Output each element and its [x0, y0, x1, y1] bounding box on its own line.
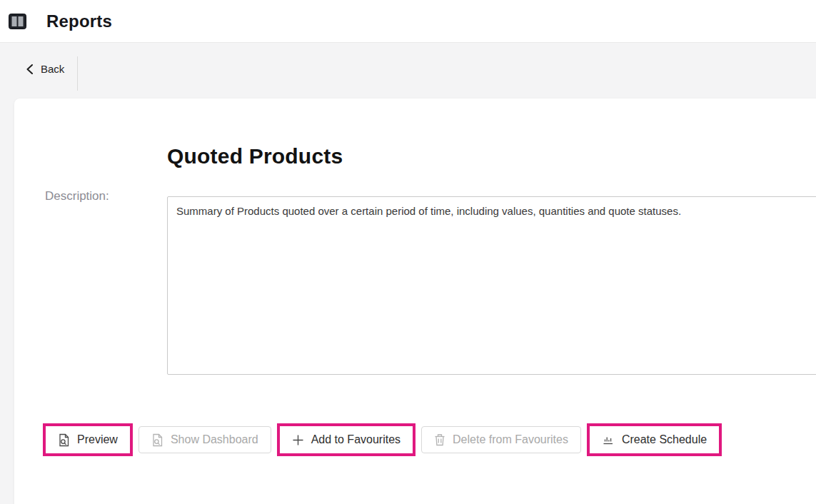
chevron-left-icon [26, 64, 34, 74]
report-title: Quoted Products [167, 144, 343, 168]
toolbar-divider [77, 56, 78, 91]
preview-button-label: Preview [77, 433, 118, 446]
report-detail-card: Quoted Products Description: Summary of … [14, 99, 816, 504]
description-label: Description: [45, 189, 109, 203]
page-title: Reports [46, 11, 112, 31]
back-label: Back [41, 63, 64, 75]
annotation-highlight-create-schedule: Create Schedule [587, 423, 722, 456]
add-to-favourites-button[interactable]: Add to Favourites [280, 426, 413, 453]
annotation-highlight-add-favourites: Add to Favourites [277, 423, 415, 456]
plus-icon [292, 434, 304, 446]
add-to-favourites-button-label: Add to Favourites [311, 433, 401, 446]
columns-logo-icon [9, 14, 26, 29]
app-header: Reports [0, 0, 816, 43]
bar-chart-icon [602, 434, 615, 445]
delete-from-favourites-button-label: Delete from Favourites [453, 433, 568, 446]
document-preview-icon [151, 433, 163, 447]
delete-from-favourites-button[interactable]: Delete from Favourites [421, 426, 581, 453]
trash-icon [434, 433, 445, 446]
create-schedule-button-label: Create Schedule [622, 433, 707, 446]
create-schedule-button[interactable]: Create Schedule [590, 426, 719, 453]
back-button[interactable]: Back [21, 60, 69, 78]
show-dashboard-button-label: Show Dashboard [171, 433, 258, 446]
document-preview-icon [58, 433, 70, 447]
preview-button[interactable]: Preview [46, 426, 130, 453]
report-actions-row: Preview Show Dashboard Add to Favourites [43, 423, 722, 456]
description-textarea[interactable]: Summary of Products quoted over a certai… [167, 196, 816, 375]
show-dashboard-button[interactable]: Show Dashboard [138, 426, 271, 453]
annotation-highlight-preview: Preview [43, 423, 133, 456]
